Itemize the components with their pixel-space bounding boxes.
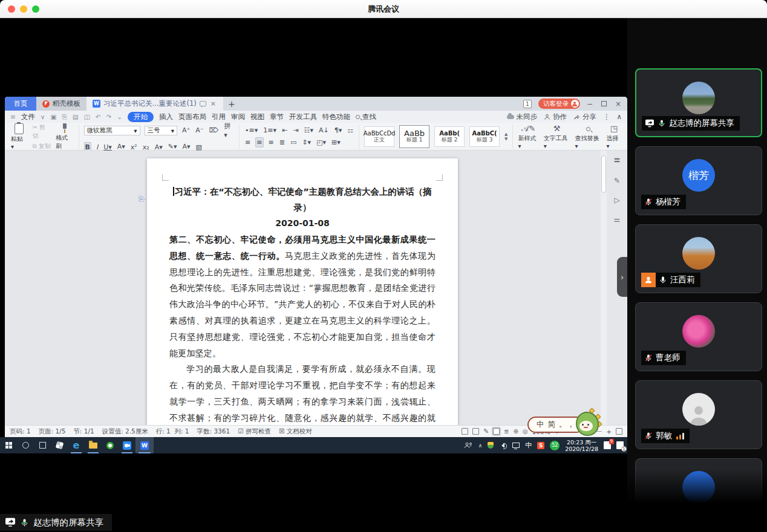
grow-font-button[interactable]: A⁺ — [181, 126, 191, 135]
font-name-select[interactable]: 微软雅黑▾ — [84, 126, 140, 135]
text-layout-button[interactable]: ⚏ — [347, 126, 354, 135]
edit-pen-icon[interactable]: ✎ — [614, 177, 620, 185]
close-window-icon[interactable]: × — [615, 100, 621, 108]
distribute-button[interactable]: ▭ — [290, 138, 297, 147]
align-right-button[interactable]: ≡ — [268, 138, 275, 147]
cut-button[interactable]: ✂ 剪切 — [33, 123, 51, 140]
tab-document[interactable]: W 习近平总书记关...重要论述(1) × — [86, 97, 223, 111]
save-icon[interactable]: ▣ — [51, 113, 57, 120]
increase-indent-button[interactable]: ⇥ — [292, 126, 299, 135]
close-tab-icon[interactable]: × — [209, 100, 217, 108]
green-app-button[interactable] — [102, 437, 119, 453]
ribbon-tab-section[interactable]: 章节 — [270, 112, 284, 122]
numbering-button[interactable]: 1≡▾ — [263, 126, 277, 135]
style-heading1[interactable]: AaBb 标题 1 — [399, 125, 429, 148]
ribbon-tab-devtools[interactable]: 开发工具 — [289, 112, 317, 122]
notification-icon[interactable]: 9 — [604, 441, 611, 449]
action-center-icon[interactable]: 1 — [616, 441, 624, 449]
read-view-icon[interactable] — [472, 428, 479, 435]
ime-floating-badge[interactable]: 中 简 。， — [527, 408, 600, 441]
tencent-meeting-button[interactable] — [119, 437, 135, 453]
borders-button[interactable]: ⊞▾ — [331, 138, 341, 147]
style-normal[interactable]: AaBbCcDd 正文 — [364, 126, 394, 147]
web-view-icon[interactable]: ⊕ — [513, 428, 518, 435]
file-explorer-button[interactable] — [85, 437, 102, 453]
cortana-button[interactable] — [17, 437, 34, 453]
ribbon-tab-insert[interactable]: 插入 — [159, 112, 173, 122]
participant-tile[interactable]: 楷芳 杨楷芳 — [635, 146, 762, 215]
fit-page-icon[interactable] — [616, 428, 622, 435]
margin-comment-icon[interactable]: ⎘· — [139, 195, 146, 203]
contacts-tray-icon[interactable] — [464, 442, 473, 449]
undo-icon[interactable]: ↶ — [96, 113, 101, 120]
start-button[interactable] — [0, 437, 17, 453]
search-menu[interactable]: 查找 — [356, 112, 376, 122]
style-heading2[interactable]: AaBb( 标题 2 — [434, 126, 465, 147]
outline-view-icon[interactable]: ≣ — [504, 428, 509, 435]
write-view-icon[interactable]: ✎ — [483, 427, 489, 435]
ribbon-tab-features[interactable]: 特色功能 — [322, 112, 350, 122]
new-style-button[interactable]: 𝒜✎ 新样式▾ — [518, 125, 538, 149]
proofread-toggle[interactable]: ☒ 文档校对 — [279, 427, 312, 436]
minimize-window-icon[interactable]: − — [587, 100, 593, 108]
tab-home[interactable]: 首页 — [5, 97, 36, 111]
comment-icon[interactable] — [200, 101, 206, 106]
edge-button[interactable]: e — [68, 437, 85, 453]
output-icon[interactable]: ⎘ — [62, 113, 67, 121]
more-menu-icon[interactable]: ⋮ — [603, 112, 610, 121]
participant-tile-partial[interactable] — [635, 458, 762, 527]
find-replace-button[interactable]: 查找替换▾ — [575, 125, 602, 149]
justify-button[interactable]: ≣ — [279, 138, 286, 147]
tab-docer[interactable]: 稻壳模板 — [36, 97, 86, 111]
redo-icon[interactable]: ↷ — [106, 113, 111, 120]
document-scrollbar[interactable] — [601, 151, 607, 425]
window-count-badge[interactable]: 1 — [523, 100, 532, 108]
align-left-button[interactable]: ≡ — [244, 138, 251, 147]
ribbon-tab-start[interactable]: 开始 — [128, 112, 154, 122]
share-button[interactable]: 分享 — [573, 112, 596, 122]
fullscreen-view-icon[interactable] — [462, 428, 468, 435]
restore-window-icon[interactable] — [601, 101, 607, 106]
select-arrow-icon[interactable]: ▷ — [614, 196, 619, 204]
document-page[interactable]: 习近平：在“不忘初心、牢记使命”主题教育总结大会上的讲话（摘录） 2020-01… — [147, 158, 458, 425]
tray-expand-icon[interactable]: ∧ — [478, 443, 483, 449]
collapse-ribbon-icon[interactable]: ∧ — [617, 112, 622, 121]
text-tool-button[interactable]: ⚒ 文字工具▾ — [544, 125, 570, 149]
side-panel-expander[interactable]: › — [617, 257, 627, 297]
line-spacing-button[interactable]: ⇕▾ — [301, 138, 312, 147]
format-painter-button[interactable]: 格式刷 — [56, 123, 73, 151]
quick-layout-button[interactable]: ☷▾ — [304, 126, 314, 135]
page-view-icon[interactable] — [493, 428, 500, 435]
volume-icon[interactable] — [499, 443, 504, 448]
select-button[interactable]: ◳ 选择▾ — [607, 125, 621, 149]
participant-tile[interactable]: 曹老师 — [635, 302, 762, 371]
participant-tile[interactable]: 郭敏 — [635, 380, 762, 449]
sync-status[interactable]: 未同步 — [507, 112, 538, 122]
copy-button[interactable]: ⧉ 复制 — [33, 142, 51, 151]
wps-taskbar-button[interactable]: W — [135, 437, 154, 453]
status-wordcount[interactable]: 字数: 3361 — [197, 427, 230, 436]
ruler-toggle-icon[interactable]: 〓 — [613, 155, 621, 166]
collab-button[interactable]: 协作 — [544, 112, 567, 122]
pinyin-button[interactable]: 拼▾ — [223, 122, 234, 140]
decrease-indent-button[interactable]: ⇤ — [281, 126, 288, 135]
font-size-select[interactable]: 三号▾ — [145, 126, 177, 135]
scrollbar-thumb[interactable] — [601, 155, 606, 193]
network-icon[interactable] — [512, 443, 520, 448]
participant-tile[interactable]: 汪西莉 — [635, 224, 762, 293]
ribbon-tab-layout[interactable]: 页面布局 — [178, 112, 206, 122]
tray-app-badge[interactable]: 52 — [550, 441, 560, 450]
sogou-ime-icon[interactable]: S — [537, 442, 544, 449]
pinwheel-app-button[interactable] — [51, 437, 68, 453]
paste-button[interactable]: 粘贴 ▾ — [11, 123, 28, 150]
ribbon-tab-review[interactable]: 审阅 — [231, 112, 245, 122]
guest-login-button[interactable]: 访客登录 — [538, 99, 580, 109]
quick-access-chevron-icon[interactable]: ⌄ — [117, 113, 122, 120]
zoom-in-button[interactable]: + — [606, 428, 612, 435]
print-icon[interactable]: ▤ — [73, 113, 79, 120]
align-center-button[interactable]: ≡ — [255, 137, 263, 148]
style-heading3[interactable]: AaBbC( 标题 3 — [469, 126, 500, 147]
clear-format-button[interactable]: ⌦ — [209, 126, 220, 135]
shrink-font-button[interactable]: A⁻ — [195, 126, 204, 135]
hamburger-icon[interactable]: ≡ — [10, 113, 16, 120]
